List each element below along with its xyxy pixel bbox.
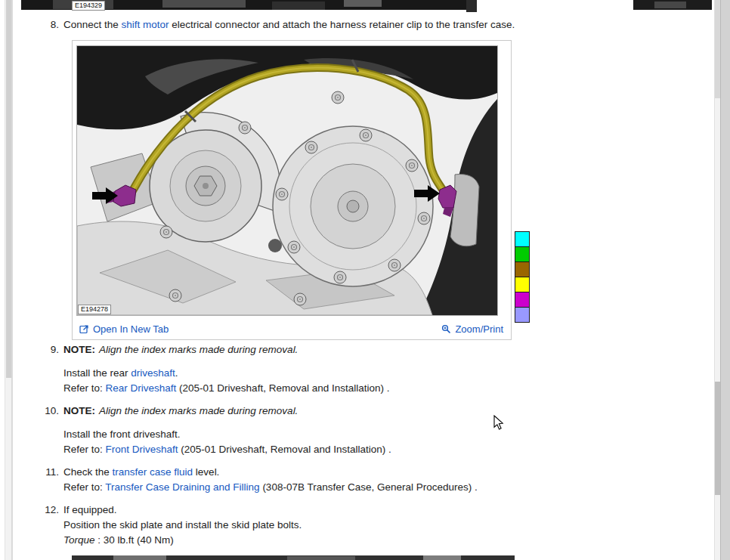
left-scrollbar-thumb[interactable] (6, 0, 11, 378)
image-fragment (466, 0, 477, 12)
step-text: NOTE:Align the index marks made during r… (63, 344, 298, 355)
step-number: 9. (30, 344, 59, 355)
step-text: Refer to: Transfer Case Draining and Fil… (63, 481, 478, 493)
right-scrollbar-upper-segment (715, 0, 720, 98)
open-in-new-tab-label: Open In New Tab (93, 323, 169, 335)
text-segment: (205-01 Driveshaft, Removal and Installa… (176, 382, 389, 394)
figure-label: E194329 (72, 1, 105, 11)
step-text: Check the transfer case fluid level. (63, 466, 219, 478)
step-10-install-line: Install the front driveshaft. (63, 429, 181, 440)
content-left-border (12, 0, 13, 560)
rear-driveshaft-link[interactable]: Rear Driveshaft (106, 382, 177, 394)
palette-swatch-green (515, 246, 530, 262)
text-segment: Connect the (63, 19, 122, 30)
figure-toolbar: Open In New Tab Zoom/Print (79, 321, 503, 336)
step-11-refer-line: Refer to: Transfer Case Draining and Fil… (63, 481, 478, 493)
text-segment: . (175, 367, 178, 379)
image-fragment (423, 555, 461, 560)
image-fragment (344, 0, 382, 7)
step-9-install-line: Install the rear driveshaft. (63, 367, 178, 379)
zoom-print-link[interactable]: Zoom/Print (441, 323, 503, 335)
step-text: Refer to: Rear Driveshaft (205-01 Drives… (63, 382, 389, 394)
figure-label: E194278 (78, 305, 111, 314)
magnifier-icon (441, 324, 451, 334)
step-12-torque-line: Torque : 30 lb.ft (40 Nm) (63, 534, 174, 546)
text-segment: (308-07B Transfer Case, General Procedur… (260, 481, 478, 493)
text-segment: Check the (63, 466, 113, 478)
step-12: 12. If equipped. (30, 504, 117, 515)
text-segment: electrical connector and attach the harn… (169, 19, 515, 30)
figure-image: E194278 (76, 45, 498, 316)
palette-swatch-magenta (515, 292, 530, 308)
left-scrollbar[interactable] (5, 0, 12, 560)
step-text: Install the rear driveshaft. (63, 367, 178, 379)
step-9: 9. NOTE:Align the index marks made durin… (30, 344, 298, 355)
step-11: 11. Check the transfer case fluid level. (30, 466, 219, 478)
open-in-new-tab-link[interactable]: Open In New Tab (79, 323, 169, 335)
right-scrollbar[interactable] (714, 0, 720, 560)
figure-container: E194278 Open In New Tab Zoom/Print (72, 40, 512, 340)
image-fragment (113, 555, 166, 560)
note-text: Align the index marks made during remova… (99, 405, 298, 416)
step-number: 10. (30, 405, 59, 416)
mouse-cursor (493, 415, 504, 431)
refer-label: Refer to: (63, 481, 105, 493)
image-fragment (287, 556, 355, 560)
step-8: 8. Connect the shift motor electrical co… (30, 19, 515, 30)
torque-value: : 30 lb.ft (40 Nm) (95, 534, 174, 546)
workshop-manual-page: E194329 8. Connect the shift motor elect… (0, 0, 730, 560)
text-segment: If equipped. (63, 504, 117, 515)
palette-swatch-brown (515, 261, 530, 277)
front-driveshaft-link[interactable]: Front Driveshaft (106, 444, 178, 455)
step-number: 8. (30, 19, 59, 30)
right-scrollbar-thumb[interactable] (715, 382, 720, 495)
step-10-refer-line: Refer to: Front Driveshaft (205-01 Drive… (63, 444, 391, 455)
transfer-case-illustration (77, 46, 497, 315)
palette-swatch-lavender (515, 307, 530, 323)
step-text: Refer to: Front Driveshaft (205-01 Drive… (63, 444, 391, 455)
palette-swatch-yellow (515, 277, 530, 292)
step-text: Connect the shift motor electrical conne… (63, 19, 515, 30)
refer-label: Refer to: (63, 444, 106, 455)
step-text: Torque : 30 lb.ft (40 Nm) (63, 534, 174, 546)
step-12-line2: Position the skid plate and install the … (63, 519, 302, 531)
transfer-case-fluid-link[interactable]: transfer case fluid (113, 466, 193, 478)
note-label: NOTE: (63, 405, 95, 416)
step-number: 11. (30, 466, 59, 478)
refer-label: Refer to: (63, 382, 106, 394)
image-fragment (654, 2, 686, 8)
image-fragment (272, 2, 325, 10)
zoom-print-label: Zoom/Print (455, 323, 503, 335)
color-palette (515, 231, 530, 323)
text-segment: Install the rear (63, 367, 131, 379)
open-in-new-tab-icon (79, 324, 89, 334)
note-text: Align the index marks made during remova… (99, 344, 298, 355)
text-segment: Install the front driveshaft. (63, 429, 181, 440)
torque-label: Torque (63, 534, 95, 546)
driveshaft-link[interactable]: driveshaft (131, 367, 175, 379)
palette-swatch-cyan (515, 231, 530, 247)
step-10: 10. NOTE:Align the index marks made duri… (30, 405, 298, 416)
shift-motor-link[interactable]: shift motor (122, 19, 169, 30)
step-9-refer-line: Refer to: Rear Driveshaft (205-01 Drives… (63, 382, 389, 394)
step-text: NOTE:Align the index marks made during r… (63, 405, 298, 416)
text-segment: (205-01 Driveshaft, Removal and Installa… (178, 444, 391, 455)
image-fragment (162, 0, 246, 8)
text-segment: level. (193, 466, 219, 478)
note-label: NOTE: (63, 344, 95, 355)
draining-and-filling-link[interactable]: Transfer Case Draining and Filling (105, 481, 259, 493)
text-segment: Position the skid plate and install the … (63, 519, 302, 531)
step-number: 12. (30, 504, 59, 515)
window-edge (720, 0, 730, 560)
